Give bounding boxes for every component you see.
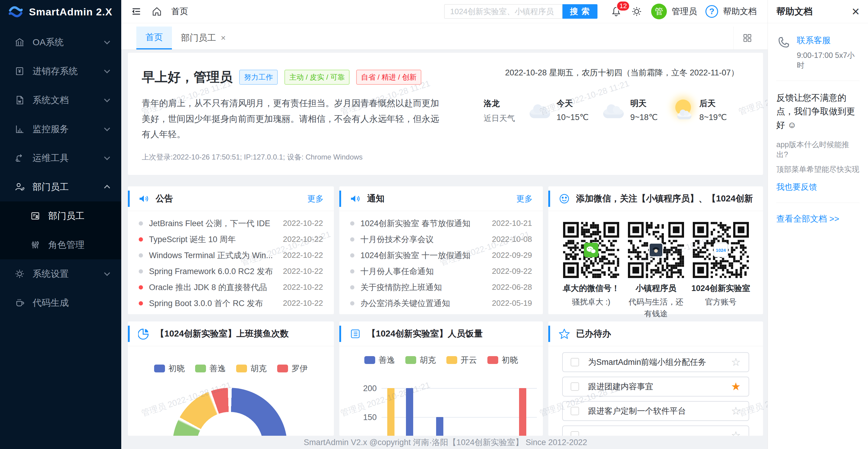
notification-bell-icon[interactable]: 12 (610, 5, 622, 18)
sun-cloud-icon (671, 99, 695, 121)
user-name[interactable]: 管理员 (672, 6, 697, 17)
ops-tools-icon (14, 153, 25, 163)
cloud-icon (528, 99, 553, 121)
legend-label: 胡克 (251, 363, 267, 374)
todo-item[interactable]: 跟进客户定制一个软件平台☆ (562, 401, 749, 421)
announcement-item[interactable]: TypeScript 诞生 10 周年2022-10-22 (139, 231, 323, 247)
list-item-date: 2022-10-22 (283, 219, 323, 228)
sidebar-item-dept-employee[interactable]: 部门员工 (0, 172, 121, 201)
tab-layout-grid-icon[interactable] (734, 27, 752, 50)
app-logo[interactable]: SmartAdmin 2.X (0, 0, 121, 24)
feedback-entry: app版本什么时候能推出? (776, 139, 860, 160)
sidebar-subitem-dept-employee[interactable]: 部门员工 (0, 201, 121, 230)
announcement-item[interactable]: Spring Framework 6.0.0 RC2 发布2022-10-22 (139, 263, 323, 279)
notice-item[interactable]: 1024创新实验室 十一放假通知2022-09-29 (350, 247, 532, 263)
search-input[interactable] (444, 4, 562, 19)
todo-star-icon[interactable]: ★ (731, 380, 741, 393)
qr-caption-title: 小镇程序员 (626, 283, 686, 294)
feedback-link[interactable]: 我也要反馈 (776, 182, 817, 192)
todo-checkbox[interactable] (570, 382, 579, 391)
list-item-date: 2022-10-21 (492, 219, 532, 228)
qr-caption-sub: 官方账号 (691, 296, 751, 308)
gray-dot-icon (350, 237, 354, 242)
sidebar-item-code-generator[interactable]: 代码生成 (0, 288, 121, 317)
notice-item[interactable]: 十月份人事任命通知2022-09-22 (350, 263, 532, 279)
app-title: SmartAdmin 2.X (29, 6, 113, 18)
legend-swatch-icon (195, 364, 206, 373)
todo-star-icon[interactable]: ☆ (731, 429, 741, 436)
todo-item[interactable]: ☆ (562, 425, 749, 436)
legend-item[interactable]: 善逸 (195, 363, 226, 374)
sidebar-item-ops-tools[interactable]: 运维工具 (0, 143, 121, 172)
todo-checkbox[interactable] (570, 407, 579, 415)
sidebar-item-settings[interactable]: 系统设置 (0, 259, 121, 288)
gray-dot-icon (350, 253, 354, 258)
top-header: 首页 搜 索 12 管 管理员 ? 帮助文档 (121, 0, 768, 23)
breadcrumb[interactable]: 首页 (171, 6, 188, 17)
gray-dot-icon (139, 269, 143, 274)
tab-bar: 首页 部门员工 × (121, 23, 768, 50)
menu-fold-icon[interactable] (130, 5, 142, 18)
id-card-icon (30, 211, 40, 221)
todo-item[interactable]: 为SmartAdmin前端小组分配任务☆ (562, 352, 749, 372)
notice-item[interactable]: 十月份技术分享会议2022-10-08 (350, 231, 532, 247)
sidebar-item-monitor[interactable]: 监控服务 (0, 115, 121, 143)
support-hours: 9:00-17:00 5x7小时 (797, 51, 860, 70)
sidebar-item-docs[interactable]: 系统文档 (0, 86, 121, 115)
app-logo-icon (8, 4, 24, 20)
contact-support-link[interactable]: 联系客服 (797, 35, 860, 46)
axis-gridline (381, 388, 537, 389)
legend-item[interactable]: 胡克 (236, 363, 267, 374)
help-panel: 帮助文档 × 联系客服 9:00-17:00 5x7小时 反馈让您不满意的点，我… (768, 0, 868, 449)
help-doc-link[interactable]: 帮助文档 (723, 6, 757, 17)
more-link[interactable]: 更多 (307, 193, 323, 204)
todo-star-icon[interactable]: ☆ (731, 405, 741, 417)
sidebar-item-inventory[interactable]: 进销存系统 (0, 57, 121, 86)
axis-tick-label: 200 (349, 384, 377, 393)
document-icon (14, 95, 25, 105)
weather-city: 洛龙 近日天气 (484, 98, 515, 124)
todo-checkbox[interactable] (570, 358, 579, 366)
close-icon[interactable]: × (852, 5, 860, 18)
app-window: SmartAdmin 2.X OA系统 进销存系统 系统文档 监控服务 (0, 0, 868, 449)
notice-item[interactable]: 关于疫情防控上班通知2022-06-28 (350, 279, 532, 295)
todo-star-icon[interactable]: ☆ (731, 356, 741, 368)
list-item-date: 2022-05-19 (492, 298, 532, 308)
legend-item[interactable]: 初晓 (154, 363, 185, 374)
home-icon[interactable] (151, 5, 163, 18)
help-question-icon[interactable]: ? (706, 5, 718, 18)
sidebar-item-oa[interactable]: OA系统 (0, 28, 121, 57)
todo-item[interactable]: 跟进团建内容事宜★ (562, 377, 749, 396)
card-title: 【1024创新实验室】人员饭量 (367, 328, 483, 340)
announcement-item[interactable]: Oracle 推出 JDK 8 的直接替代品2022-10-22 (139, 279, 323, 295)
qr-code-row: 卓大的微信号！骚扰卓大 :)小镇程序员代码与生活，还有钱途10241024创新实… (548, 211, 763, 320)
phone-icon (776, 35, 791, 50)
greeting-paragraph: 青年的肩上，从不只有清风明月，更有责任担当。岁月因青春慨然以赴而更加美好，世间因… (142, 96, 440, 142)
list-item-date: 2022-10-08 (492, 234, 532, 244)
tab-home[interactable]: 首页 (136, 27, 172, 50)
card-title: 通知 (367, 193, 384, 205)
bar (406, 388, 413, 436)
announcement-item[interactable]: Spring Boot 3.0.0 首个 RC 发布2022-10-22 (139, 295, 323, 311)
announcement-item[interactable]: Windows Terminal 正式成为 Win...2022-10-22 (139, 247, 323, 263)
notice-item[interactable]: 办公室消杀关键位置通知2022-05-19 (350, 295, 532, 311)
axis-gridline (381, 417, 537, 418)
list-item-text: 十月份人事任命通知 (361, 266, 486, 277)
more-link[interactable]: 更多 (516, 193, 533, 204)
list-item-text: JetBrains Fleet 公测，下一代 IDE (149, 218, 277, 229)
user-avatar[interactable]: 管 (651, 4, 667, 19)
notice-item[interactable]: 1024创新实验室 春节放假通知2022-10-21 (350, 215, 532, 231)
legend-item[interactable]: 罗伊 (277, 363, 308, 374)
contact-support[interactable]: 联系客服 9:00-17:00 5x7小时 (776, 35, 860, 70)
tab-dept-employee[interactable]: 部门员工 × (172, 27, 235, 50)
chevron-up-icon (104, 185, 110, 191)
todo-card: 已办待办 为SmartAdmin前端小组分配任务☆跟进团建内容事宜★跟进客户定制… (548, 321, 763, 436)
tab-close-icon[interactable]: × (221, 33, 226, 43)
view-all-docs-link[interactable]: 查看全部文档 >> (776, 213, 860, 225)
sidebar-subitem-role-management[interactable]: 角色管理 (0, 230, 121, 259)
sliders-icon (30, 240, 40, 250)
announcement-item[interactable]: JetBrains Fleet 公测，下一代 IDE2022-10-22 (139, 215, 323, 231)
settings-gear-icon[interactable] (631, 5, 643, 18)
search-button[interactable]: 搜 索 (562, 4, 597, 19)
todo-checkbox[interactable] (570, 431, 579, 436)
